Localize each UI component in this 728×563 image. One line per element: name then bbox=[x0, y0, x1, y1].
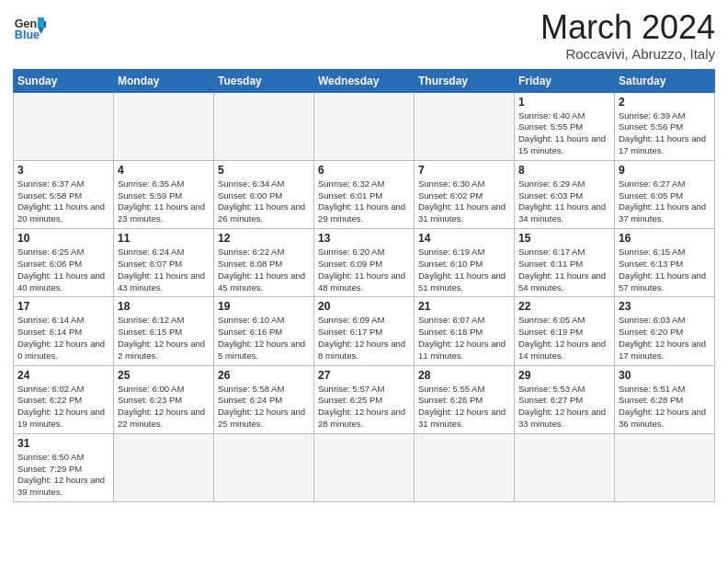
calendar-cell: 1Sunrise: 6:40 AM Sunset: 5:55 PM Daylig… bbox=[515, 92, 615, 160]
day-number: 19 bbox=[218, 300, 310, 313]
day-number: 16 bbox=[619, 232, 711, 245]
day-info: Sunrise: 6:20 AM Sunset: 6:09 PM Dayligh… bbox=[318, 247, 410, 293]
day-info: Sunrise: 6:07 AM Sunset: 6:18 PM Dayligh… bbox=[418, 315, 510, 362]
calendar-cell: 26Sunrise: 5:58 AM Sunset: 6:24 PM Dayli… bbox=[214, 365, 314, 433]
calendar-cell bbox=[214, 92, 314, 160]
day-number: 5 bbox=[218, 164, 310, 177]
calendar-cell: 22Sunrise: 6:05 AM Sunset: 6:19 PM Dayli… bbox=[515, 297, 615, 365]
calendar-cell: 16Sunrise: 6:15 AM Sunset: 6:13 PM Dayli… bbox=[615, 229, 715, 297]
calendar-cell: 3Sunrise: 6:37 AM Sunset: 5:58 PM Daylig… bbox=[14, 160, 114, 228]
day-info: Sunrise: 6:25 AM Sunset: 6:06 PM Dayligh… bbox=[17, 247, 109, 293]
week-row-1: 3Sunrise: 6:37 AM Sunset: 5:58 PM Daylig… bbox=[14, 160, 715, 228]
calendar-cell: 6Sunrise: 6:32 AM Sunset: 6:01 PM Daylig… bbox=[314, 160, 415, 228]
day-info: Sunrise: 6:30 AM Sunset: 6:02 PM Dayligh… bbox=[418, 178, 510, 225]
day-info: Sunrise: 6:34 AM Sunset: 6:00 PM Dayligh… bbox=[218, 178, 310, 225]
day-info: Sunrise: 6:17 AM Sunset: 6:11 PM Dayligh… bbox=[518, 247, 610, 293]
day-info: Sunrise: 6:24 AM Sunset: 6:07 PM Dayligh… bbox=[118, 247, 210, 293]
day-number: 20 bbox=[318, 300, 410, 313]
weekday-header-friday: Friday bbox=[515, 69, 615, 92]
weekday-header-wednesday: Wednesday bbox=[314, 69, 415, 92]
calendar-subtitle: Roccavivi, Abruzzo, Italy bbox=[540, 46, 715, 62]
svg-text:Blue: Blue bbox=[15, 29, 40, 41]
day-number: 21 bbox=[418, 300, 510, 313]
day-number: 26 bbox=[218, 369, 310, 382]
calendar-cell: 18Sunrise: 6:12 AM Sunset: 6:15 PM Dayli… bbox=[114, 297, 214, 365]
calendar-cell: 8Sunrise: 6:29 AM Sunset: 6:03 PM Daylig… bbox=[515, 160, 615, 228]
week-row-5: 31Sunrise: 6:50 AM Sunset: 7:29 PM Dayli… bbox=[14, 433, 715, 501]
calendar-cell: 17Sunrise: 6:14 AM Sunset: 6:14 PM Dayli… bbox=[14, 297, 114, 365]
day-number: 11 bbox=[118, 232, 210, 245]
day-info: Sunrise: 6:32 AM Sunset: 6:01 PM Dayligh… bbox=[318, 178, 410, 225]
day-number: 25 bbox=[118, 369, 210, 382]
week-row-0: 1Sunrise: 6:40 AM Sunset: 5:55 PM Daylig… bbox=[14, 92, 715, 160]
calendar-title: March 2024 bbox=[540, 9, 715, 46]
calendar-cell: 23Sunrise: 6:03 AM Sunset: 6:20 PM Dayli… bbox=[615, 297, 715, 365]
day-number: 30 bbox=[619, 369, 711, 382]
day-number: 8 bbox=[518, 164, 610, 177]
day-number: 1 bbox=[518, 96, 610, 109]
day-info: Sunrise: 6:15 AM Sunset: 6:13 PM Dayligh… bbox=[619, 247, 711, 293]
calendar-cell bbox=[214, 433, 314, 501]
day-info: Sunrise: 5:55 AM Sunset: 6:26 PM Dayligh… bbox=[418, 384, 510, 431]
calendar-cell: 21Sunrise: 6:07 AM Sunset: 6:18 PM Dayli… bbox=[415, 297, 515, 365]
calendar-cell: 25Sunrise: 6:00 AM Sunset: 6:23 PM Dayli… bbox=[114, 365, 214, 433]
calendar-cell: 4Sunrise: 6:35 AM Sunset: 5:59 PM Daylig… bbox=[114, 160, 214, 228]
day-info: Sunrise: 6:39 AM Sunset: 5:56 PM Dayligh… bbox=[619, 110, 711, 157]
logo: General Blue bbox=[13, 9, 46, 42]
day-info: Sunrise: 6:27 AM Sunset: 6:05 PM Dayligh… bbox=[619, 178, 711, 225]
calendar-table: SundayMondayTuesdayWednesdayThursdayFrid… bbox=[13, 69, 715, 503]
day-number: 6 bbox=[318, 164, 410, 177]
weekday-header-tuesday: Tuesday bbox=[214, 69, 314, 92]
day-info: Sunrise: 6:09 AM Sunset: 6:17 PM Dayligh… bbox=[318, 315, 410, 362]
logo-icon: General Blue bbox=[13, 9, 46, 42]
calendar-cell bbox=[314, 92, 415, 160]
page: General Blue March 2024 Roccavivi, Abruz… bbox=[0, 0, 728, 563]
day-info: Sunrise: 5:58 AM Sunset: 6:24 PM Dayligh… bbox=[218, 384, 310, 431]
calendar-cell bbox=[114, 92, 214, 160]
day-info: Sunrise: 5:53 AM Sunset: 6:27 PM Dayligh… bbox=[518, 384, 610, 431]
day-number: 10 bbox=[17, 232, 109, 245]
day-number: 15 bbox=[518, 232, 610, 245]
day-number: 27 bbox=[318, 369, 410, 382]
day-number: 3 bbox=[17, 164, 109, 177]
day-number: 2 bbox=[619, 96, 711, 109]
day-number: 17 bbox=[17, 300, 109, 313]
calendar-cell: 24Sunrise: 6:02 AM Sunset: 6:22 PM Dayli… bbox=[14, 365, 114, 433]
day-number: 28 bbox=[418, 369, 510, 382]
calendar-cell: 20Sunrise: 6:09 AM Sunset: 6:17 PM Dayli… bbox=[314, 297, 415, 365]
day-info: Sunrise: 6:05 AM Sunset: 6:19 PM Dayligh… bbox=[518, 315, 610, 362]
day-number: 7 bbox=[418, 164, 510, 177]
calendar-cell: 5Sunrise: 6:34 AM Sunset: 6:00 PM Daylig… bbox=[214, 160, 314, 228]
day-info: Sunrise: 6:29 AM Sunset: 6:03 PM Dayligh… bbox=[518, 178, 610, 225]
day-number: 13 bbox=[318, 232, 410, 245]
calendar-cell bbox=[314, 433, 415, 501]
day-info: Sunrise: 6:19 AM Sunset: 6:10 PM Dayligh… bbox=[418, 247, 510, 293]
weekday-header-sunday: Sunday bbox=[14, 69, 114, 92]
day-info: Sunrise: 6:03 AM Sunset: 6:20 PM Dayligh… bbox=[619, 315, 711, 362]
day-info: Sunrise: 6:37 AM Sunset: 5:58 PM Dayligh… bbox=[17, 178, 109, 225]
calendar-cell: 9Sunrise: 6:27 AM Sunset: 6:05 PM Daylig… bbox=[615, 160, 715, 228]
weekday-header-monday: Monday bbox=[114, 69, 214, 92]
weekday-header-thursday: Thursday bbox=[415, 69, 515, 92]
calendar-cell bbox=[415, 92, 515, 160]
calendar-cell: 31Sunrise: 6:50 AM Sunset: 7:29 PM Dayli… bbox=[14, 433, 114, 501]
calendar-cell: 11Sunrise: 6:24 AM Sunset: 6:07 PM Dayli… bbox=[114, 229, 214, 297]
calendar-cell: 14Sunrise: 6:19 AM Sunset: 6:10 PM Dayli… bbox=[415, 229, 515, 297]
calendar-cell: 28Sunrise: 5:55 AM Sunset: 6:26 PM Dayli… bbox=[415, 365, 515, 433]
calendar-cell: 12Sunrise: 6:22 AM Sunset: 6:08 PM Dayli… bbox=[214, 229, 314, 297]
day-info: Sunrise: 6:10 AM Sunset: 6:16 PM Dayligh… bbox=[218, 315, 310, 362]
calendar-cell: 29Sunrise: 5:53 AM Sunset: 6:27 PM Dayli… bbox=[515, 365, 615, 433]
week-row-3: 17Sunrise: 6:14 AM Sunset: 6:14 PM Dayli… bbox=[14, 297, 715, 365]
day-info: Sunrise: 6:00 AM Sunset: 6:23 PM Dayligh… bbox=[118, 384, 210, 431]
day-number: 24 bbox=[17, 369, 109, 382]
calendar-cell: 30Sunrise: 5:51 AM Sunset: 6:28 PM Dayli… bbox=[615, 365, 715, 433]
svg-marker-2 bbox=[38, 17, 44, 28]
calendar-cell: 27Sunrise: 5:57 AM Sunset: 6:25 PM Dayli… bbox=[314, 365, 415, 433]
day-info: Sunrise: 6:35 AM Sunset: 5:59 PM Dayligh… bbox=[118, 178, 210, 225]
calendar-cell: 10Sunrise: 6:25 AM Sunset: 6:06 PM Dayli… bbox=[14, 229, 114, 297]
calendar-cell: 13Sunrise: 6:20 AM Sunset: 6:09 PM Dayli… bbox=[314, 229, 415, 297]
day-info: Sunrise: 6:12 AM Sunset: 6:15 PM Dayligh… bbox=[118, 315, 210, 362]
day-info: Sunrise: 6:22 AM Sunset: 6:08 PM Dayligh… bbox=[218, 247, 310, 293]
day-info: Sunrise: 6:50 AM Sunset: 7:29 PM Dayligh… bbox=[17, 452, 109, 499]
calendar-cell bbox=[415, 433, 515, 501]
